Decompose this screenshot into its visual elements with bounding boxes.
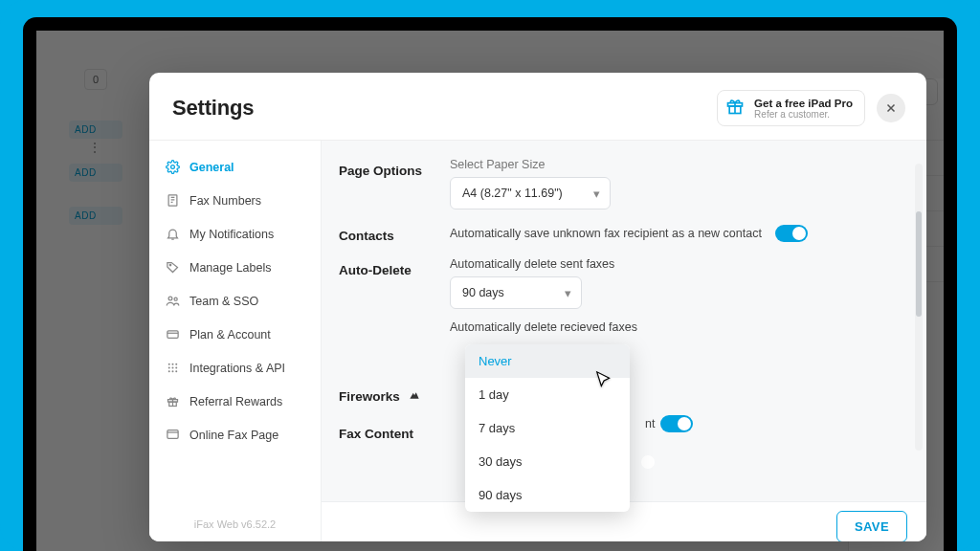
menu-option-30days[interactable]: 30 days <box>465 445 630 478</box>
svg-point-8 <box>167 364 169 365</box>
autodelete-sent-label: Automatically delete sent faxes <box>450 257 907 271</box>
sidebar-item-online-fax[interactable]: Online Fax Page <box>149 418 321 452</box>
svg-point-11 <box>167 367 169 369</box>
autodelete-sent-value: 90 days <box>462 286 504 299</box>
paper-size-value: A4 (8.27" x 11.69") <box>462 187 563 200</box>
sidebar-item-label: General <box>189 161 234 174</box>
paper-size-select[interactable]: A4 (8.27" x 11.69") ▾ <box>450 177 611 209</box>
section-fireworks: Fireworks <box>335 372 926 408</box>
menu-option-7days[interactable]: 7 days <box>465 411 630 445</box>
svg-point-16 <box>175 370 177 372</box>
sidebar-item-plan[interactable]: Plan & Account <box>149 318 321 351</box>
svg-point-2 <box>170 165 174 169</box>
svg-point-13 <box>175 367 177 369</box>
autodelete-sent-select[interactable]: 90 days ▾ <box>450 276 582 309</box>
sidebar-item-label: Plan & Account <box>189 328 271 342</box>
section-heading: Page Options <box>339 158 450 178</box>
sidebar-item-team[interactable]: Team & SSO <box>149 284 321 318</box>
chevron-down-icon: ▾ <box>593 187 600 201</box>
scrollbar[interactable] <box>915 164 923 451</box>
svg-rect-7 <box>167 331 177 339</box>
fax-icon <box>165 193 180 208</box>
version-label: iFax Web v6.52.2 <box>149 507 321 541</box>
users-icon <box>165 294 180 308</box>
gift-icon <box>725 97 745 120</box>
section-heading: Auto-Delete <box>339 257 450 277</box>
menu-option-90days[interactable]: 90 days <box>465 478 630 512</box>
section-heading: Fax Content <box>339 421 450 441</box>
svg-point-14 <box>167 370 169 372</box>
svg-rect-19 <box>167 430 177 439</box>
autosave-contact-label: Automatically save unknown fax recipient… <box>450 227 762 240</box>
svg-point-12 <box>171 367 173 369</box>
save-button[interactable]: SAVE <box>836 511 907 541</box>
sidebar-item-label: Fax Numbers <box>189 194 261 208</box>
sidebar-item-labels[interactable]: Manage Labels <box>149 251 321 284</box>
fireworks-toggle[interactable] <box>660 415 693 432</box>
tag-icon <box>165 260 180 275</box>
promo-banner[interactable]: Get a free iPad Pro Refer a customer. <box>717 90 865 126</box>
fireworks-row-partial: nt <box>645 417 655 430</box>
close-button[interactable] <box>877 94 905 122</box>
mouse-cursor-icon <box>594 370 615 395</box>
autodelete-recv-label: Automatically delete recieved faxes <box>450 320 907 334</box>
sidebar-item-referral[interactable]: Referral Rewards <box>149 385 321 418</box>
globe-icon <box>165 428 180 442</box>
sidebar-item-label: Manage Labels <box>189 261 271 275</box>
sidebar-item-fax-numbers[interactable]: Fax Numbers <box>149 184 321 217</box>
section-page-options: Page Options Select Paper Size A4 (8.27"… <box>335 148 926 213</box>
gift-icon <box>165 394 180 408</box>
sidebar-item-integrations[interactable]: Integrations & API <box>149 351 321 385</box>
sidebar-item-label: Online Fax Page <box>189 429 278 442</box>
modal-title: Settings <box>172 96 254 121</box>
bell-icon <box>165 227 180 241</box>
grid-icon <box>165 361 180 375</box>
svg-point-9 <box>171 364 173 365</box>
promo-subtitle: Refer a customer. <box>754 109 853 120</box>
sparkle-icon <box>408 387 421 404</box>
paper-size-label: Select Paper Size <box>450 158 907 171</box>
sidebar-item-label: Referral Rewards <box>189 395 282 408</box>
svg-point-10 <box>175 364 177 365</box>
sidebar-item-general[interactable]: General <box>149 150 321 184</box>
settings-sidebar: General Fax Numbers My Notifications <box>149 141 322 541</box>
sidebar-item-label: Integrations & API <box>189 362 285 375</box>
autosave-contact-toggle[interactable] <box>775 225 808 242</box>
gear-icon <box>165 160 180 174</box>
svg-point-15 <box>171 370 173 372</box>
section-fax-content: Fax Content <box>335 411 926 445</box>
section-contacts: Contacts Automatically save unknown fax … <box>335 213 926 248</box>
card-icon <box>165 327 180 342</box>
sidebar-item-label: Team & SSO <box>189 295 258 308</box>
svg-point-5 <box>168 297 172 300</box>
modal-header: Settings Get a free iPad Pro Refer a cus… <box>149 73 926 140</box>
svg-point-4 <box>169 264 171 266</box>
svg-point-6 <box>174 298 177 300</box>
sidebar-item-label: My Notifications <box>189 228 274 241</box>
section-heading: Contacts <box>339 223 450 243</box>
section-heading: Fireworks <box>339 382 450 404</box>
promo-title: Get a free iPad Pro <box>754 98 853 109</box>
section-auto-delete: Auto-Delete Automatically delete sent fa… <box>335 248 926 343</box>
chevron-down-icon: ▾ <box>565 286 571 300</box>
sidebar-item-notifications[interactable]: My Notifications <box>149 217 321 251</box>
